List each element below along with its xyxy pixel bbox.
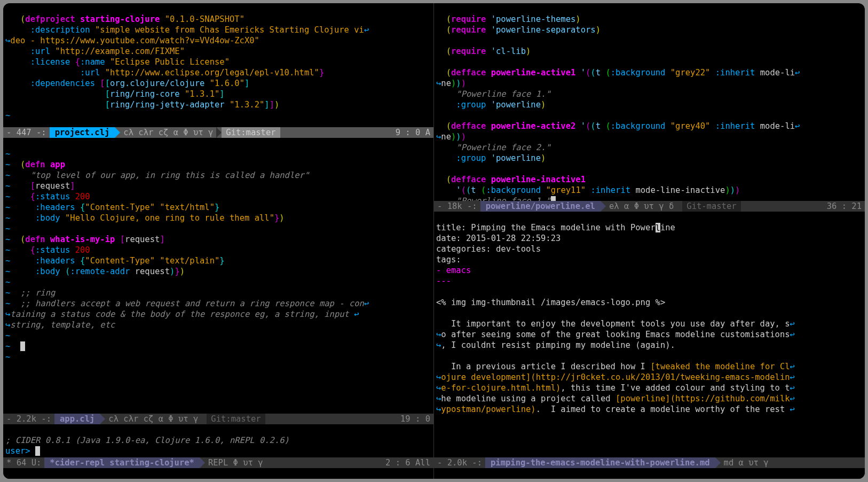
- code-cider-repl[interactable]: ; CIDER 0.8.1 (Java 1.9.0-ea, Clojure 1.…: [3, 424, 433, 457]
- code-project-clj[interactable]: (defproject starting-clojure "0.1.0-SNAP…: [3, 3, 433, 127]
- modeline-position: 9 : 0 A: [396, 127, 433, 138]
- arrow-icon: [100, 414, 105, 424]
- repl-prompt: user>: [5, 446, 35, 456]
- code-markdown[interactable]: title: Pimping the Emacs modeline with P…: [434, 212, 865, 425]
- modeline-position: 2 : 6 All: [385, 457, 433, 468]
- minibuffer-right[interactable]: [434, 468, 865, 479]
- modeline-project-clj[interactable]: - 447 -: project.clj cλ cλr cζ α Φ υτ γ …: [3, 127, 433, 138]
- cursor: [20, 341, 25, 351]
- modeline-markdown[interactable]: - 2.0k -: pimping-the-emacs-modeline-wit…: [434, 457, 865, 468]
- arrow-icon: [201, 414, 207, 424]
- modeline-app-clj[interactable]: - 2.2k -: app.clj cλ cλr cζ α Φ υτ γ Git…: [3, 414, 433, 424]
- cursor: [35, 446, 40, 456]
- modeline-position: 19 : 0: [400, 414, 433, 424]
- modeline-filename[interactable]: project.clj: [50, 127, 115, 138]
- modeline-position: 36 : 21: [827, 201, 865, 212]
- pane-project-clj[interactable]: (defproject starting-clojure "0.1.0-SNAP…: [3, 3, 433, 127]
- arrow-icon: [715, 457, 721, 468]
- arrow-icon: [266, 457, 272, 468]
- left-column: (defproject starting-clojure "0.1.0-SNAP…: [3, 3, 434, 479]
- modeline-cider-repl[interactable]: * 64 U: *cider-repl starting-clojure* RE…: [3, 457, 433, 468]
- modeline-filename[interactable]: *cider-repl starting-clojure*: [44, 457, 200, 468]
- modeline-filename[interactable]: pimping-the-emacs-modeline-with-powerlin…: [485, 457, 715, 468]
- cursor: [551, 196, 556, 201]
- defproject-keyword: defproject: [25, 14, 75, 24]
- modeline-filename[interactable]: app.clj: [54, 414, 100, 424]
- arrow-icon: [601, 201, 606, 212]
- modeline-git: Git:master: [207, 414, 265, 424]
- code-powerline-el[interactable]: (require 'powerline-themes) (require 'po…: [434, 3, 865, 201]
- modeline-modes: cλ cλr cζ α Φ υτ γ: [120, 127, 216, 138]
- modeline-status: * 64 U:: [3, 457, 44, 468]
- modeline-git: Git:master: [222, 127, 280, 138]
- pane-app-clj[interactable]: ~ ~ (defn app ~ "top level of our app, i…: [3, 138, 433, 414]
- pane-cider-repl[interactable]: ; CIDER 0.8.1 (Java 1.9.0-ea, Clojure 1.…: [3, 424, 433, 457]
- arrow-icon: [216, 127, 222, 138]
- pane-powerline-el[interactable]: (require 'powerline-themes) (require 'po…: [434, 3, 865, 201]
- modeline-status: - 18k -:: [434, 201, 480, 212]
- arrow-icon: [200, 457, 205, 468]
- code-app-clj[interactable]: ~ ~ (defn app ~ "top level of our app, i…: [3, 138, 433, 373]
- right-column: (require 'powerline-themes) (require 'po…: [434, 3, 865, 479]
- modeline-powerline-el[interactable]: - 18k -: powerline/powerline.el eλ α Φ υ…: [434, 201, 865, 212]
- modeline-git: Git-master: [682, 201, 740, 212]
- arrow-icon: [677, 201, 682, 212]
- cursor: l: [656, 223, 660, 232]
- emacs-frame: (defproject starting-clojure "0.1.0-SNAP…: [3, 3, 865, 479]
- modeline-status: - 447 -:: [3, 127, 50, 138]
- modeline-status: - 2.2k -:: [3, 414, 54, 424]
- arrow-icon: [115, 127, 120, 138]
- modeline-filename[interactable]: powerline/powerline.el: [480, 201, 601, 212]
- modeline-status: - 2.0k -:: [434, 457, 485, 468]
- minibuffer[interactable]: [3, 468, 433, 479]
- pane-markdown[interactable]: title: Pimping the Emacs modeline with P…: [434, 212, 865, 457]
